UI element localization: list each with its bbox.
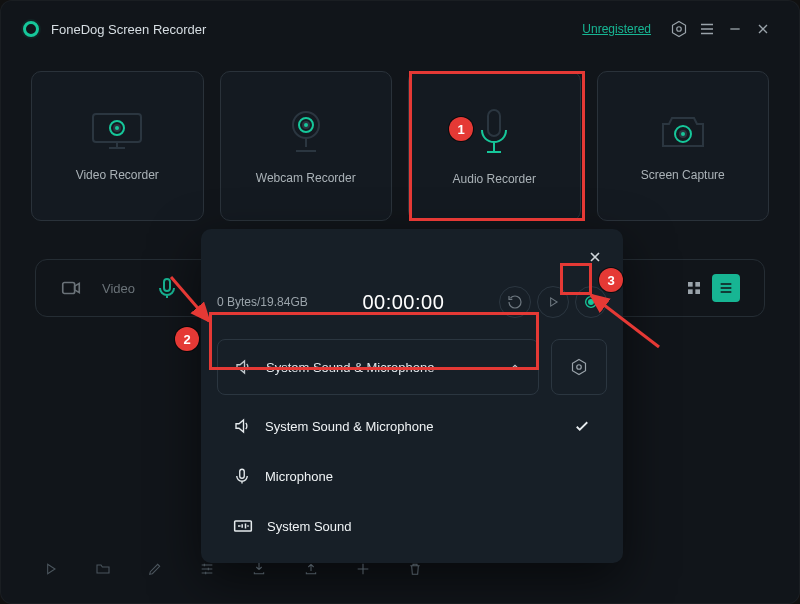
app-title: FoneDog Screen Recorder bbox=[51, 22, 206, 37]
audio-source-settings-button[interactable] bbox=[551, 339, 607, 395]
export-button[interactable] bbox=[295, 553, 327, 585]
option-label: System Sound & Microphone bbox=[265, 419, 559, 434]
merge-button[interactable] bbox=[347, 553, 379, 585]
svg-point-1 bbox=[677, 27, 682, 32]
titlebar: FoneDog Screen Recorder Unregistered bbox=[1, 1, 799, 57]
audio-tab-icon[interactable] bbox=[155, 276, 179, 300]
app-window: FoneDog Screen Recorder Unregistered Vid… bbox=[0, 0, 800, 604]
audio-option-microphone[interactable]: Microphone bbox=[207, 451, 617, 501]
svg-point-20 bbox=[577, 365, 582, 370]
speaker-icon bbox=[234, 358, 252, 376]
audio-option-system-and-mic[interactable]: System Sound & Microphone bbox=[207, 401, 617, 451]
timer: 00:00:00 bbox=[314, 291, 493, 314]
delete-button[interactable] bbox=[399, 553, 431, 585]
import-button[interactable] bbox=[243, 553, 275, 585]
mode-audio-recorder[interactable]: Audio Recorder bbox=[408, 71, 581, 221]
audio-option-system-sound[interactable]: System Sound bbox=[207, 501, 617, 551]
mode-webcam-recorder[interactable]: Webcam Recorder bbox=[220, 71, 393, 221]
storage-status: 0 Bytes/19.84GB bbox=[217, 295, 308, 309]
minimize-icon[interactable] bbox=[721, 15, 749, 43]
svg-marker-19 bbox=[573, 360, 586, 375]
svg-point-4 bbox=[114, 125, 120, 131]
svg-rect-21 bbox=[240, 469, 245, 478]
mode-video-recorder[interactable]: Video Recorder bbox=[31, 71, 204, 221]
audio-recorder-panel: 0 Bytes/19.84GB 00:00:00 System Sound & … bbox=[201, 229, 623, 563]
svg-rect-14 bbox=[695, 282, 700, 287]
video-tab-icon bbox=[60, 277, 82, 299]
grid-view-button[interactable] bbox=[680, 274, 708, 302]
view-toggle bbox=[680, 274, 740, 302]
svg-marker-0 bbox=[673, 22, 686, 37]
callout-badge-2: 2 bbox=[175, 327, 199, 351]
mode-screen-capture[interactable]: Screen Capture bbox=[597, 71, 770, 221]
mode-label: Screen Capture bbox=[641, 168, 725, 182]
audio-source-select[interactable]: System Sound & Microphone bbox=[217, 339, 539, 395]
panel-status-row: 0 Bytes/19.84GB 00:00:00 bbox=[201, 279, 623, 325]
app-logo-icon bbox=[23, 21, 39, 37]
svg-point-10 bbox=[680, 131, 686, 137]
open-folder-button[interactable] bbox=[87, 553, 119, 585]
chevron-up-icon bbox=[508, 360, 522, 374]
menu-icon[interactable] bbox=[693, 15, 721, 43]
panel-close-icon[interactable] bbox=[581, 243, 609, 271]
system-sound-icon bbox=[233, 518, 253, 534]
adjust-button[interactable] bbox=[191, 553, 223, 585]
mode-label: Webcam Recorder bbox=[256, 171, 356, 185]
play-all-button[interactable] bbox=[35, 553, 67, 585]
audio-source-row: System Sound & Microphone bbox=[201, 339, 623, 395]
microphone-icon bbox=[233, 466, 251, 486]
svg-rect-12 bbox=[164, 279, 170, 291]
mode-label: Audio Recorder bbox=[453, 172, 536, 186]
video-tab-label[interactable]: Video bbox=[102, 281, 135, 296]
svg-point-18 bbox=[589, 300, 594, 305]
svg-point-7 bbox=[303, 122, 309, 128]
audio-source-selected: System Sound & Microphone bbox=[266, 360, 494, 375]
edit-button[interactable] bbox=[139, 553, 171, 585]
svg-rect-11 bbox=[63, 283, 75, 294]
check-icon bbox=[573, 417, 591, 435]
play-button[interactable] bbox=[537, 286, 569, 318]
option-label: Microphone bbox=[265, 469, 333, 484]
bottom-toolbar bbox=[35, 553, 431, 585]
undo-button[interactable] bbox=[499, 286, 531, 318]
settings-icon[interactable] bbox=[665, 15, 693, 43]
svg-rect-16 bbox=[695, 289, 700, 294]
svg-rect-22 bbox=[235, 521, 252, 531]
svg-rect-15 bbox=[688, 289, 693, 294]
record-button[interactable] bbox=[575, 286, 607, 318]
audio-source-options: System Sound & Microphone Microphone Sys… bbox=[201, 395, 623, 555]
list-view-button[interactable] bbox=[712, 274, 740, 302]
close-icon[interactable] bbox=[749, 15, 777, 43]
mode-tiles: Video Recorder Webcam Recorder Audio Rec… bbox=[1, 57, 799, 225]
registration-link[interactable]: Unregistered bbox=[582, 22, 651, 36]
mode-label: Video Recorder bbox=[76, 168, 159, 182]
svg-rect-13 bbox=[688, 282, 693, 287]
option-label: System Sound bbox=[267, 519, 352, 534]
svg-rect-8 bbox=[488, 110, 500, 136]
speaker-icon bbox=[233, 417, 251, 435]
